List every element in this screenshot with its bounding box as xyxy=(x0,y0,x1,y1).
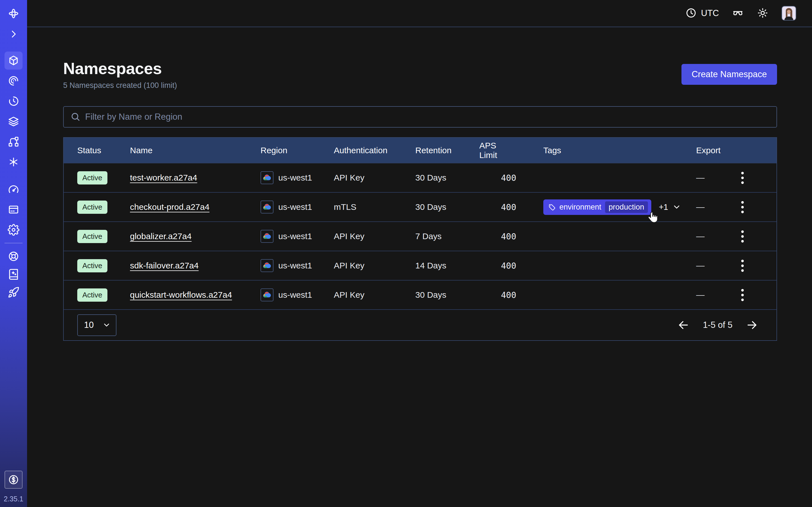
filter-bar xyxy=(63,106,777,128)
theme-toggle-button[interactable] xyxy=(757,7,769,20)
docs-book-icon xyxy=(8,269,19,280)
row-menu-button[interactable] xyxy=(739,257,747,275)
sidebar-item-usage[interactable] xyxy=(4,180,22,198)
filter-input[interactable] xyxy=(85,112,770,122)
sidebar-item-docs[interactable] xyxy=(4,265,22,283)
region-cell: us-west1 xyxy=(260,259,334,272)
status-badge: Active xyxy=(77,259,107,272)
namespace-link[interactable]: quickstart-workflows.a27a4 xyxy=(130,290,232,299)
labs-button[interactable] xyxy=(732,7,744,20)
export-value: — xyxy=(696,231,705,241)
gcp-cloud-icon xyxy=(260,230,273,243)
namespaces-table: Status Name Region Authentication Retent… xyxy=(63,137,777,341)
name-cell: test-worker.a27a4 xyxy=(130,173,260,182)
brightness-sun-icon xyxy=(757,7,769,20)
sidebar-item-namespaces[interactable] xyxy=(4,52,22,69)
sidebar-item-home[interactable] xyxy=(4,4,22,22)
search-icon xyxy=(70,112,81,122)
create-namespace-button[interactable]: Create Namespace xyxy=(681,64,777,85)
sidebar-item-settings[interactable] xyxy=(4,221,22,239)
gcp-cloud-icon xyxy=(260,259,273,272)
column-header-export: Export xyxy=(696,146,763,155)
previous-page-button[interactable] xyxy=(677,319,689,331)
pagination: 1-5 of 5 xyxy=(677,319,763,331)
next-page-button[interactable] xyxy=(746,319,758,331)
retention-cell: 7 Days xyxy=(415,231,479,241)
tag-key: environment xyxy=(559,203,601,212)
row-menu-button[interactable] xyxy=(739,169,747,187)
name-cell: checkout-prod.a27a4 xyxy=(130,202,260,212)
tag-value: production xyxy=(605,202,648,213)
sidebar-item-workflows[interactable] xyxy=(4,72,22,90)
row-menu-button[interactable] xyxy=(739,198,747,216)
region-label: us-west1 xyxy=(278,261,312,270)
row-menu-button[interactable] xyxy=(739,228,747,245)
namespace-link[interactable]: globalizer.a27a4 xyxy=(130,231,192,241)
sidebar-item-support[interactable] xyxy=(4,247,22,265)
arrow-left-icon xyxy=(677,319,689,331)
sidebar-main-group xyxy=(4,52,22,171)
row-menu-button[interactable] xyxy=(739,286,747,304)
aps-limit-cell: 400 xyxy=(501,261,516,271)
status-cell: Active xyxy=(77,201,130,214)
sidebar-item-batch-operations[interactable] xyxy=(4,133,22,151)
support-lifebuoy-icon xyxy=(8,250,19,262)
namespace-link[interactable]: checkout-prod.a27a4 xyxy=(130,202,209,212)
sidebar-item-getting-started[interactable] xyxy=(4,283,22,301)
column-header-tags: Tags xyxy=(516,146,696,155)
page-size-value: 10 xyxy=(84,320,94,330)
sidebar-item-plan[interactable] xyxy=(4,471,22,489)
sidebar-account-group xyxy=(4,180,22,239)
deployments-layers-icon xyxy=(8,115,19,127)
export-value: — xyxy=(696,202,705,212)
namespace-link[interactable]: test-worker.a27a4 xyxy=(130,173,197,182)
export-value: — xyxy=(696,290,705,300)
page-size-select[interactable]: 10 xyxy=(77,314,116,336)
sidebar-item-billing[interactable] xyxy=(4,201,22,219)
status-cell: Active xyxy=(77,171,130,184)
table-row: Active checkout-prod.a27a4 us-west1 mTLS… xyxy=(64,192,776,221)
page-header: Namespaces 5 Namespaces created (100 lim… xyxy=(63,59,777,90)
table-row: Active sdk-failover.a27a4 us-west1 API K… xyxy=(64,251,776,280)
export-cell: — xyxy=(696,257,763,275)
sidebar-expand-button[interactable] xyxy=(4,25,22,43)
chevron-down-icon xyxy=(672,203,681,212)
sidebar-item-nexus[interactable] xyxy=(4,153,22,171)
aps-limit-cell: 400 xyxy=(501,231,516,241)
status-badge: Active xyxy=(77,230,107,243)
name-cell: quickstart-workflows.a27a4 xyxy=(130,290,260,300)
chevron-right-icon xyxy=(8,28,19,40)
column-header-authentication: Authentication xyxy=(334,146,415,155)
table-footer: 10 1-5 of 5 xyxy=(64,309,776,340)
tag-more-count: +1 xyxy=(659,203,668,212)
plan-dollar-icon xyxy=(8,474,19,486)
table-body: Active test-worker.a27a4 us-west1 API Ke… xyxy=(64,163,776,309)
tags-expand-button[interactable] xyxy=(672,203,681,212)
retention-cell: 30 Days xyxy=(415,173,479,182)
name-cell: globalizer.a27a4 xyxy=(130,231,260,241)
region-label: us-west1 xyxy=(278,173,312,182)
sidebar-item-deployments[interactable] xyxy=(4,112,22,130)
region-label: us-west1 xyxy=(278,290,312,300)
region-label: us-west1 xyxy=(278,231,312,241)
namespace-link[interactable]: sdk-failover.a27a4 xyxy=(130,261,199,270)
column-header-aps-limit: APS Limit xyxy=(479,141,516,160)
export-value: — xyxy=(696,173,705,182)
timezone-label: UTC xyxy=(701,8,719,18)
tag-pill[interactable]: environment production xyxy=(543,200,651,215)
user-avatar[interactable] xyxy=(781,6,796,20)
authentication-cell: API Key xyxy=(334,261,415,270)
table-row: Active test-worker.a27a4 us-west1 API Ke… xyxy=(64,163,776,192)
aps-limit-cell: 400 xyxy=(501,202,516,212)
export-cell: — xyxy=(696,169,763,187)
sidebar-item-schedules[interactable] xyxy=(4,92,22,110)
column-header-name: Name xyxy=(130,146,260,155)
export-cell: — xyxy=(696,228,763,245)
column-header-retention: Retention xyxy=(415,146,479,155)
sidebar-help-group xyxy=(4,247,22,301)
authentication-cell: API Key xyxy=(334,173,415,182)
timezone-button[interactable]: UTC xyxy=(685,7,719,20)
nexus-asterisk-icon xyxy=(8,156,19,168)
export-value: — xyxy=(696,261,705,270)
name-cell: sdk-failover.a27a4 xyxy=(130,261,260,270)
